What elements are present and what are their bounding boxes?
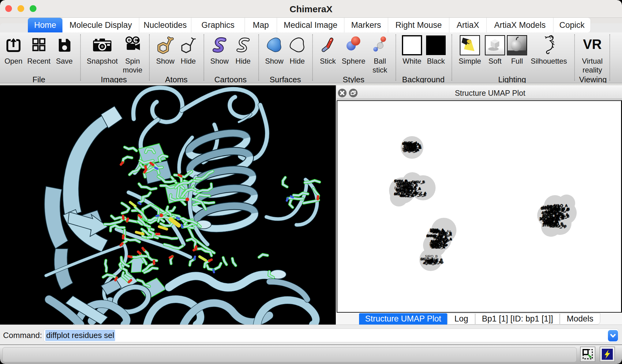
svg-text:5H2C_A: 5H2C_A	[431, 246, 445, 249]
svg-text:6HNO_Ap: 6HNO_Ap	[435, 229, 451, 233]
svg-text:VR: VR	[583, 37, 601, 52]
svg-text:8CHF_B: 8CHF_B	[394, 186, 408, 190]
svg-text:4QNE_B: 4QNE_B	[423, 262, 436, 265]
svg-text:6HNO_Ap: 6HNO_Ap	[549, 224, 566, 228]
svg-text:6PQR_B: 6PQR_B	[403, 149, 417, 153]
svg-text:4MCZ_A: 4MCZ_A	[399, 194, 414, 198]
